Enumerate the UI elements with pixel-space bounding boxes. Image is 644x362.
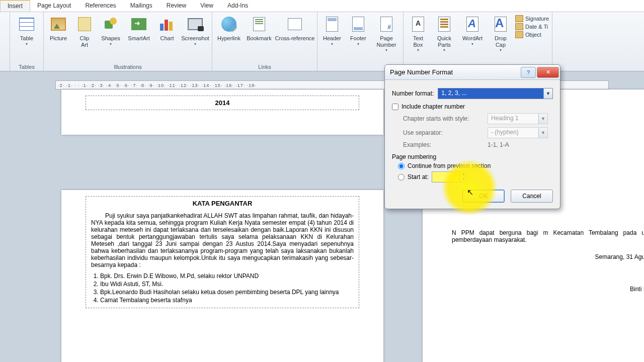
- quick-parts-button[interactable]: Quick Parts: [432, 13, 457, 52]
- examples-value: 1-1, 1-A: [488, 141, 509, 148]
- bookmark-button[interactable]: Bookmark: [245, 13, 274, 42]
- include-chapter-label: Include chapter number: [401, 103, 465, 110]
- object-button[interactable]: Object: [515, 31, 549, 38]
- tab-page-layout[interactable]: Page Layout: [30, 0, 78, 12]
- page-1-year: 2014: [91, 99, 354, 107]
- page-3-name: Binti I: [452, 286, 644, 293]
- chart-button[interactable]: Chart: [154, 13, 180, 42]
- cross-reference-icon: [288, 18, 302, 30]
- wordart-icon: [466, 17, 478, 32]
- start-at-spinner[interactable]: ▲▼: [432, 171, 468, 183]
- page-number-icon: [380, 17, 392, 32]
- document-page-2[interactable]: KATA PENGANTAR Puji syukur saya panjatka…: [61, 190, 383, 362]
- page-3-date: Semarang, 31 Agu: [452, 253, 644, 260]
- list-item: Bpk.Leonardo Budi Hasiholan selaku ketua…: [100, 289, 354, 296]
- picture-button[interactable]: Picture: [46, 13, 71, 42]
- page-number-format-dialog: Page Number Format ? ✕ Number format: 1,…: [384, 64, 560, 209]
- bookmark-icon: [253, 17, 265, 31]
- footer-icon: [352, 17, 364, 32]
- tab-references[interactable]: References: [78, 0, 123, 12]
- object-icon: [515, 31, 523, 38]
- list-item: Ibu Widi Astuti, ST, Msi.: [100, 281, 354, 288]
- chart-icon: [160, 18, 174, 31]
- header-icon: [326, 17, 338, 32]
- page-1-footer-frame: 2014: [86, 96, 359, 110]
- number-format-combo[interactable]: 1, 2, 3, ... ▼: [438, 88, 553, 99]
- screenshot-icon: [188, 18, 203, 30]
- tab-insert[interactable]: Insert: [0, 0, 30, 12]
- signature-line-button[interactable]: Signature: [515, 15, 549, 22]
- text-box-icon: [412, 17, 424, 32]
- group-tables-label: Tables: [12, 63, 41, 71]
- document-page-1[interactable]: 2014: [61, 89, 383, 135]
- cross-reference-button[interactable]: Cross-reference: [275, 13, 315, 42]
- smartart-icon: [131, 18, 146, 30]
- start-at-label: Start at:: [408, 173, 429, 180]
- page-2-heading: KATA PENGANTAR: [91, 200, 354, 207]
- continue-label: Continue from previous section: [408, 162, 491, 169]
- clip-art-button[interactable]: Clip Art: [72, 13, 97, 48]
- smartart-button[interactable]: SmartArt: [124, 13, 153, 42]
- tab-mailings[interactable]: Mailings: [123, 0, 159, 12]
- signature-icon: [515, 15, 523, 22]
- table-icon: [19, 18, 34, 31]
- group-illustrations-label: Illustrations: [46, 63, 210, 71]
- globe-icon: [221, 17, 236, 32]
- include-chapter-checkbox[interactable]: [392, 104, 398, 110]
- ok-button[interactable]: OK: [462, 190, 505, 203]
- examples-label: Examples:: [403, 141, 484, 148]
- tab-view[interactable]: View: [193, 0, 220, 12]
- page-2-paragraph: Puji syukur saya panjatkankehadirat ALLA…: [91, 212, 354, 268]
- drop-cap-icon: [495, 17, 507, 32]
- spinner-down-icon[interactable]: ▼: [460, 177, 467, 182]
- quick-parts-icon: [438, 17, 450, 32]
- drop-cap-button[interactable]: Drop Cap: [488, 13, 513, 52]
- ribbon: Table Tables Picture Clip Art Shapes Sma…: [0, 12, 644, 71]
- group-links-label: Links: [214, 63, 315, 71]
- footer-button[interactable]: Footer: [346, 13, 371, 46]
- dialog-title: Page Number Format: [390, 68, 453, 76]
- date-time-icon: [515, 23, 523, 30]
- tab-review[interactable]: Review: [159, 0, 193, 12]
- tab-add-ins[interactable]: Add-Ins: [220, 0, 255, 12]
- chapter-style-label: Chapter starts with style:: [403, 115, 484, 122]
- date-time-button[interactable]: Date & Ti: [515, 23, 549, 30]
- dialog-close-button[interactable]: ✕: [537, 67, 559, 78]
- start-at-radio[interactable]: [398, 174, 405, 180]
- shapes-icon: [104, 18, 118, 31]
- picture-icon: [51, 18, 66, 31]
- page-numbering-label: Page numbering: [392, 153, 553, 160]
- ribbon-tabs: Insert Page Layout References Mailings R…: [0, 0, 644, 12]
- page-3-text: N PPM dapat berguna bagi m Kecamatan Tem…: [452, 229, 644, 243]
- separator-label: Use separator:: [403, 129, 484, 136]
- continue-radio[interactable]: [398, 163, 405, 169]
- spinner-up-icon[interactable]: ▲: [460, 172, 467, 177]
- cancel-button[interactable]: Cancel: [511, 190, 553, 203]
- dialog-help-button[interactable]: ?: [521, 67, 536, 78]
- text-box-button[interactable]: Text Box: [406, 13, 431, 52]
- page-number-button[interactable]: Page Number: [372, 13, 401, 52]
- chapter-style-combo: Heading 1▼: [488, 113, 548, 124]
- shapes-button[interactable]: Shapes: [98, 13, 123, 46]
- screenshot-button[interactable]: Screenshot: [181, 13, 210, 46]
- chevron-down-icon: ▼: [543, 88, 552, 99]
- separator-combo: - (hyphen)▼: [488, 127, 548, 138]
- clip-art-icon: [78, 17, 91, 31]
- list-item: Camat Tembalang beserta stafnya: [100, 297, 354, 304]
- list-item: Bpk. Drs. Erwin D.E Wibowo, M.Pd, selaku…: [100, 273, 354, 280]
- hyperlink-button[interactable]: Hyperlink: [214, 13, 244, 42]
- wordart-button[interactable]: WordArt: [458, 13, 487, 46]
- number-format-label: Number format:: [392, 90, 434, 97]
- header-button[interactable]: Header: [319, 13, 345, 46]
- table-button[interactable]: Table: [12, 13, 41, 46]
